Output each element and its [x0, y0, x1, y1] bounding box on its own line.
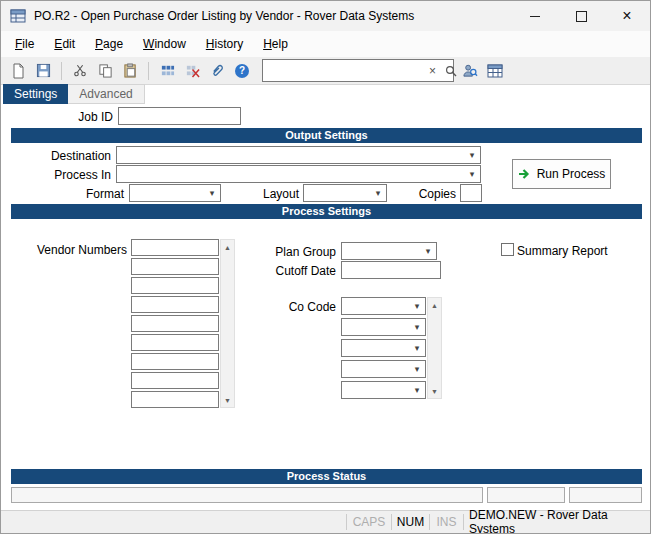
menu-edit[interactable]: Edit	[44, 32, 85, 56]
process-in-dropdown[interactable]: ▾	[116, 165, 481, 183]
vendor-number-field[interactable]	[131, 258, 219, 275]
plan-group-dropdown[interactable]: ▾	[341, 242, 437, 260]
grid-delete-icon[interactable]	[183, 62, 201, 80]
user-search-icon[interactable]	[461, 62, 479, 80]
menu-history[interactable]: History	[196, 32, 253, 56]
layout-dropdown[interactable]: ▾	[303, 184, 387, 202]
co-code-dropdown[interactable]: ▾	[341, 339, 426, 357]
attach-icon[interactable]	[208, 62, 226, 80]
job-id-field[interactable]	[118, 107, 241, 125]
layout-label: Layout	[241, 187, 299, 201]
copies-label: Copies	[406, 187, 456, 201]
process-status-field	[569, 487, 642, 503]
run-process-label: Run Process	[537, 167, 606, 181]
help-icon[interactable]: ?	[233, 62, 251, 80]
num-indicator: NUM	[392, 511, 429, 533]
chevron-down-icon: ▾	[371, 185, 385, 201]
toolbar-separator	[61, 62, 62, 80]
status-bar: CAPS NUM INS DEMO.NEW - Rover Data Syste…	[1, 510, 650, 533]
session-info: DEMO.NEW - Rover Data Systems	[469, 511, 647, 533]
vendor-number-field[interactable]	[131, 277, 219, 294]
chevron-down-icon: ▾	[410, 298, 424, 314]
app-window: PO.R2 - Open Purchase Order Listing by V…	[0, 0, 651, 534]
menu-help[interactable]: Help	[253, 32, 298, 56]
maximize-button[interactable]	[558, 1, 604, 31]
cutoff-date-label: Cutoff Date	[231, 264, 336, 278]
chevron-down-icon: ▾	[410, 361, 424, 377]
scroll-up-icon[interactable]: ▲	[428, 298, 441, 312]
tab-settings[interactable]: Settings	[3, 84, 68, 104]
destination-label: Destination	[1, 149, 111, 163]
vendor-number-field[interactable]	[131, 315, 219, 332]
clear-search-icon[interactable]: ×	[426, 65, 439, 77]
tab-advanced[interactable]: Advanced	[68, 84, 144, 104]
table-view-icon[interactable]	[486, 62, 504, 80]
copies-field[interactable]	[460, 184, 482, 202]
vendor-number-field[interactable]	[131, 239, 219, 256]
menu-page[interactable]: Page	[85, 32, 133, 56]
menu-window[interactable]: Window	[133, 32, 196, 56]
chevron-down-icon: ▾	[421, 243, 435, 259]
run-process-button[interactable]: Run Process	[512, 159, 611, 189]
tab-strip: Settings Advanced	[3, 84, 145, 104]
new-document-icon[interactable]	[9, 62, 27, 80]
output-settings-header: Output Settings	[11, 128, 642, 143]
paste-icon[interactable]	[121, 62, 139, 80]
vendor-number-field[interactable]	[131, 334, 219, 351]
chevron-down-icon: ▾	[410, 382, 424, 398]
window-title: PO.R2 - Open Purchase Order Listing by V…	[34, 9, 414, 23]
vendor-number-field[interactable]	[131, 353, 219, 370]
run-arrow-icon	[518, 168, 532, 180]
copy-icon[interactable]	[96, 62, 114, 80]
co-code-dropdown[interactable]: ▾	[341, 381, 426, 399]
vendor-number-field[interactable]	[131, 391, 219, 408]
menu-bar: File Edit Page Window History Help	[1, 31, 650, 57]
co-code-scrollbar[interactable]: ▲ ▼	[427, 297, 442, 399]
process-status-message-field	[11, 487, 483, 503]
plan-group-label: Plan Group	[231, 245, 336, 259]
job-id-label: Job ID	[1, 110, 113, 124]
scroll-down-icon[interactable]: ▼	[428, 384, 441, 398]
vendor-number-field[interactable]	[131, 296, 219, 313]
chevron-down-icon: ▾	[410, 319, 424, 335]
co-code-dropdown[interactable]: ▾	[341, 360, 426, 378]
summary-report-checkbox[interactable]	[501, 243, 514, 256]
cutoff-date-field[interactable]	[341, 261, 441, 279]
process-status-field	[487, 487, 565, 503]
co-code-label: Co Code	[231, 300, 336, 314]
chevron-down-icon: ▾	[205, 185, 219, 201]
close-button[interactable]: ×	[604, 1, 650, 31]
chevron-down-icon: ▾	[465, 147, 479, 163]
vendor-number-field[interactable]	[131, 372, 219, 389]
search-box: ×	[262, 59, 454, 82]
destination-dropdown[interactable]: ▾	[116, 146, 481, 164]
vendor-numbers-label: Vendor Numbers	[1, 243, 127, 257]
ins-indicator: INS	[430, 511, 463, 533]
process-in-label: Process In	[1, 168, 111, 182]
search-icon[interactable]	[443, 65, 461, 77]
toolbar: ? ×	[1, 57, 650, 85]
search-input[interactable]	[263, 62, 426, 79]
close-icon: ×	[622, 8, 631, 24]
format-dropdown[interactable]: ▾	[129, 184, 221, 202]
summary-report-label: Summary Report	[517, 244, 627, 258]
menu-file[interactable]: File	[5, 32, 44, 56]
format-label: Format	[1, 187, 124, 201]
process-settings-header: Process Settings	[11, 204, 642, 219]
app-icon	[10, 8, 26, 24]
cut-icon[interactable]	[71, 62, 89, 80]
co-code-dropdown[interactable]: ▾	[341, 318, 426, 336]
minimize-icon	[530, 16, 540, 17]
process-status-header: Process Status	[11, 469, 642, 484]
minimize-button[interactable]	[512, 1, 558, 31]
co-code-dropdown[interactable]: ▾	[341, 297, 426, 315]
maximize-icon	[576, 11, 587, 22]
chevron-down-icon: ▾	[410, 340, 424, 356]
toolbar-separator	[148, 62, 149, 80]
caps-indicator: CAPS	[347, 511, 391, 533]
chevron-down-icon: ▾	[465, 166, 479, 182]
grid-view-icon[interactable]	[158, 62, 176, 80]
title-bar: PO.R2 - Open Purchase Order Listing by V…	[1, 1, 650, 32]
save-icon[interactable]	[34, 62, 52, 80]
scroll-down-icon[interactable]: ▼	[221, 393, 234, 407]
